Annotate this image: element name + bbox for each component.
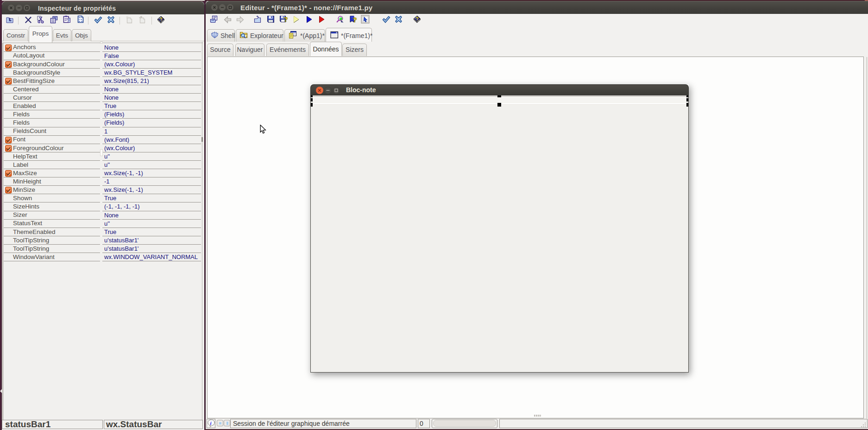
svg-text:?: ? — [415, 16, 419, 22]
svg-text:?: ? — [284, 15, 288, 23]
svg-text:?: ? — [159, 17, 163, 22]
svg-text:?: ? — [353, 16, 357, 24]
